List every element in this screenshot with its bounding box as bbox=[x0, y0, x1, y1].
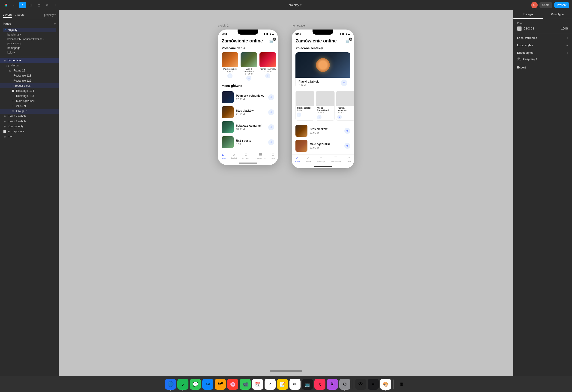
layer-homepage[interactable]: ⊞ homepage bbox=[0, 58, 59, 63]
menu-add-hp-1[interactable]: + bbox=[344, 128, 350, 134]
mail-icon: ✉ bbox=[206, 381, 210, 387]
dock-messages[interactable]: 💬 bbox=[190, 379, 201, 390]
dock-podcasts[interactable]: 🎙 bbox=[327, 379, 338, 390]
move-tool[interactable]: ↖ bbox=[19, 2, 26, 8]
layer-label: Navbar bbox=[11, 64, 20, 67]
local-variables-plus[interactable]: + bbox=[567, 36, 568, 40]
dock-trash[interactable]: 🗑 bbox=[396, 379, 407, 390]
text-tool[interactable]: T bbox=[53, 2, 59, 8]
dock-maps[interactable]: 🗺 bbox=[215, 379, 226, 390]
project-selector[interactable]: projekty ▾ bbox=[44, 13, 56, 16]
bg-color-swatch[interactable] bbox=[517, 26, 522, 31]
layer-komponenty[interactable]: ⊞ Komponenty bbox=[0, 124, 59, 129]
layer-navbar[interactable]: ⋮⋮ Navbar bbox=[0, 63, 59, 68]
menu-list: Półmisek południowy 17,99 zł + Stos plac… bbox=[218, 89, 278, 151]
style-circle-inner bbox=[518, 58, 520, 61]
style-item-klasyczny[interactable]: klasyczny 1 bbox=[513, 56, 572, 63]
dock-music[interactable]: ♫ bbox=[314, 379, 325, 390]
layer-frame22[interactable]: ⊟ Frame 22 bbox=[0, 68, 59, 73]
menu-add-button-4[interactable]: + bbox=[268, 139, 274, 145]
layer-ss[interactable]: ⬜ ss z appstore bbox=[0, 129, 59, 134]
layer-rect122[interactable]: — Rectangle 122 bbox=[0, 78, 59, 83]
present-button[interactable]: Present bbox=[554, 2, 569, 8]
style-circle-icon bbox=[517, 57, 521, 61]
layer-group21[interactable]: ⊡ Group 21 bbox=[0, 109, 59, 114]
page-item-proces[interactable]: proces proj bbox=[3, 41, 56, 46]
frame-icon: ⊞ bbox=[3, 135, 6, 138]
layer-product-block[interactable]: ⋮⋮ Product Block bbox=[0, 83, 59, 88]
dock-reminders[interactable]: ✓ bbox=[265, 379, 276, 390]
dock-spotify[interactable]: ♪ bbox=[177, 379, 189, 390]
nav-promo-2[interactable]: ⊙ Promocje bbox=[317, 156, 325, 163]
nav-profile-2[interactable]: ⊙ Profil bbox=[347, 156, 351, 163]
product-med-add-button-2[interactable]: + bbox=[317, 115, 321, 119]
cart-button[interactable]: 🛒 (2) bbox=[269, 38, 274, 44]
effect-styles-title: Effect styles bbox=[517, 51, 534, 54]
rectangle-icon: — bbox=[11, 94, 15, 98]
product-med-add-button-3[interactable]: + bbox=[337, 115, 342, 119]
page-item-kolory[interactable]: kolory bbox=[3, 50, 56, 55]
dock-calculator[interactable]: = bbox=[368, 379, 379, 390]
menu-add-hp-2[interactable]: + bbox=[344, 143, 350, 149]
dock-notes[interactable]: 📝 bbox=[277, 379, 288, 390]
back-icon[interactable]: ← bbox=[11, 2, 17, 8]
page-item-komponenty[interactable]: komponenty i warianty kompon... bbox=[3, 37, 56, 41]
dock-system-prefs[interactable]: ⚙ bbox=[339, 379, 350, 390]
menu-add-button-1[interactable]: + bbox=[268, 94, 274, 100]
dock-figma[interactable]: 🎨 bbox=[380, 379, 391, 390]
nav-home-2[interactable]: ⌂ Home bbox=[295, 156, 300, 163]
nav-promo[interactable]: ⊙ Promocje bbox=[242, 152, 250, 159]
tab-design[interactable]: Design bbox=[513, 10, 543, 19]
pen-tool[interactable]: ✏ bbox=[44, 2, 51, 8]
nav-search-2[interactable]: ⌕ Szukaj bbox=[306, 156, 311, 163]
scroll-indicator-2 bbox=[314, 166, 332, 167]
add-product-button-3[interactable]: + bbox=[265, 73, 270, 78]
nav-orders-2[interactable]: ☰ Zamówienia bbox=[331, 156, 341, 163]
page-item-projekty[interactable]: ✓ projekty bbox=[3, 28, 56, 32]
nav-home[interactable]: ⌂ Home bbox=[221, 152, 225, 159]
dock-calendar[interactable]: 📅 bbox=[252, 379, 263, 390]
effect-styles-plus[interactable]: + bbox=[567, 51, 568, 55]
layer-rect113[interactable]: — Rectangle 113 bbox=[0, 94, 59, 98]
menu-add-button-2[interactable]: + bbox=[268, 109, 274, 115]
frame-icon: ⊟ bbox=[8, 69, 12, 72]
dock-preview[interactable]: 👁 bbox=[355, 379, 366, 390]
figma-icon[interactable] bbox=[3, 2, 9, 8]
layer-moj[interactable]: ⊞ moj bbox=[0, 134, 59, 139]
tab-layers[interactable]: Layers bbox=[3, 12, 12, 18]
add-page-button[interactable]: + bbox=[54, 22, 56, 26]
dock-finder[interactable]: 🔵 bbox=[165, 379, 176, 390]
dock-facetime[interactable]: 📹 bbox=[240, 379, 251, 390]
product-image-3 bbox=[259, 52, 276, 67]
cart-button-2[interactable]: 🛒 (2) bbox=[345, 38, 350, 44]
page-item-homepage[interactable]: homepage bbox=[3, 46, 56, 50]
tab-prototype[interactable]: Prototype bbox=[543, 10, 572, 19]
nav-profile[interactable]: ⊙ Profil bbox=[271, 152, 275, 159]
shape-tool[interactable]: ◻ bbox=[36, 2, 42, 8]
layer-ekran2[interactable]: ⊞ Ekran 2 airbnb bbox=[0, 114, 59, 119]
product-med-add-button-1[interactable]: + bbox=[297, 112, 301, 117]
dock-mail[interactable]: ✉ bbox=[202, 379, 213, 390]
page-item-benchmark[interactable]: benchmark bbox=[3, 32, 56, 37]
canvas-scrollbar[interactable] bbox=[270, 370, 302, 372]
featured-add-button[interactable]: + bbox=[341, 79, 347, 86]
layer-ekran1[interactable]: ⊞ Ekran 1 airbnb bbox=[0, 119, 59, 124]
dock-freeform[interactable]: ✏ bbox=[289, 379, 301, 390]
menu-add-button-3[interactable]: + bbox=[268, 124, 274, 130]
nav-label-orders-2: Zamówienia bbox=[331, 161, 341, 163]
local-styles-plus[interactable]: + bbox=[567, 44, 568, 47]
add-product-button-2[interactable]: + bbox=[246, 76, 251, 81]
share-button[interactable]: Share bbox=[540, 2, 552, 8]
cart-count-2: (2) bbox=[349, 38, 352, 41]
frame-tool[interactable]: ⊞ bbox=[28, 2, 34, 8]
layer-rect114[interactable]: ⬜ Rectangle 114 bbox=[0, 88, 59, 94]
layer-text-male[interactable]: T Małe pączuszki bbox=[0, 98, 59, 104]
add-product-button-1[interactable]: + bbox=[227, 73, 233, 78]
layer-text-price[interactable]: T 21,50 zł bbox=[0, 104, 59, 109]
nav-orders[interactable]: ☰ Zamówienia bbox=[255, 152, 266, 159]
nav-search[interactable]: ⌕ Szukaj bbox=[231, 152, 237, 159]
dock-photos[interactable]: 🌸 bbox=[227, 379, 238, 390]
layer-rect123[interactable]: — Rectangle 123 bbox=[0, 73, 59, 78]
tab-assets[interactable]: Assets bbox=[16, 12, 24, 18]
dock-appletv[interactable]: 📺 bbox=[302, 379, 313, 390]
